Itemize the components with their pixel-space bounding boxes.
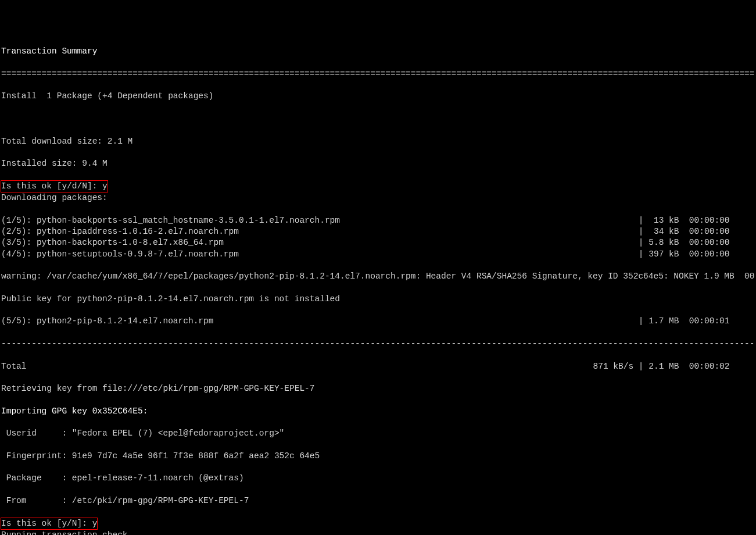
download-row: (2/5): python-ipaddress-1.0.16-2.el7.noa… [1,226,755,237]
transaction-summary-title: Transaction Summary [1,46,755,57]
download-row: (1/5): python-backports-ssl_match_hostna… [1,215,755,226]
key-from: From : /etc/pki/rpm-gpg/RPM-GPG-KEY-EPEL… [1,495,755,507]
blank [1,113,755,124]
running-check: Running transaction check [1,530,755,535]
separator-double: ========================================… [1,69,755,80]
download-total: Total871 kB/s | 2.1 MB 00:00:02 [1,361,755,372]
download-row-5: (5/5): python2-pip-8.1.2-14.el7.noarch.r… [1,316,755,327]
retrieving-key: Retrieving key from file:///etc/pki/rpm-… [1,383,755,394]
confirm-prompt-2[interactable]: Is this ok [y/N]: y [1,518,98,530]
pubkey-notice: Public key for python2-pip-8.1.2-14.el7.… [1,294,755,305]
download-progress-list: (1/5): python-backports-ssl_match_hostna… [1,215,755,260]
key-userid: Userid : "Fedora EPEL (7) <epel@fedorapr… [1,428,755,439]
gpg-warning: warning: /var/cache/yum/x86_64/7/epel/pa… [1,271,755,282]
importing-key: Importing GPG key 0x352C64E5: [1,406,755,417]
download-row: (3/5): python-backports-1.0-8.el7.x86_64… [1,237,755,248]
install-summary: Install 1 Package (+4 Dependent packages… [1,91,755,102]
installed-size: Installed size: 9.4 M [1,158,755,169]
key-fingerprint: Fingerprint: 91e9 7d7c 4a5e 96f1 7f3e 88… [1,451,755,462]
download-size: Total download size: 2.1 M [1,136,755,147]
confirm-prompt-1[interactable]: Is this ok [y/d/N]: y [1,180,108,192]
download-row: (4/5): python-setuptools-0.9.8-7.el7.noa… [1,249,755,260]
key-package: Package : epel-release-7-11.noarch (@ext… [1,473,755,484]
downloading-header: Downloading packages: [1,192,755,204]
separator-dash: ----------------------------------------… [1,338,755,349]
